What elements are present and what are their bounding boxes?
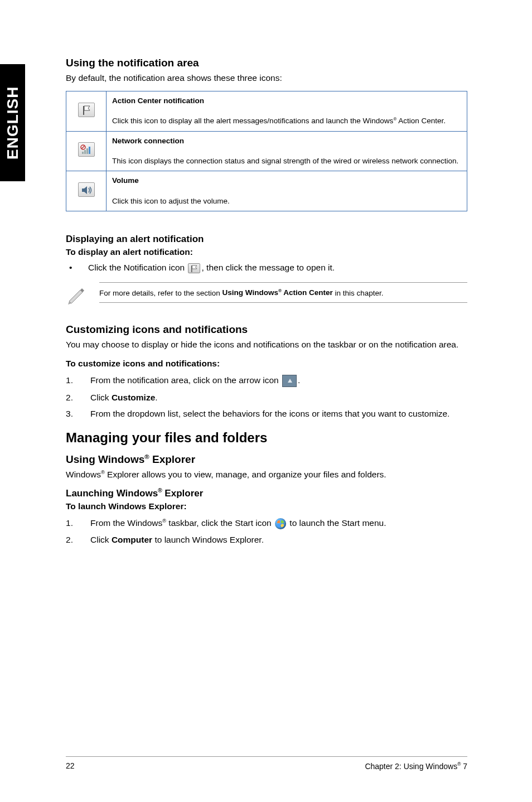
row-title: Action Center notification	[112, 96, 204, 105]
bullet-text: Click the Notification icon , then click…	[88, 263, 335, 273]
chapter-label: Chapter 2: Using Windows® 7	[365, 761, 467, 771]
volume-icon	[78, 182, 95, 197]
step-pre: Click	[90, 393, 112, 402]
step-bold: Computer	[112, 535, 152, 544]
page-number: 22	[66, 761, 75, 771]
bullet-item: • Click the Notification icon , then cli…	[66, 263, 467, 273]
step-post: .	[298, 375, 300, 385]
table-row: Action Center notification Click this ic…	[66, 91, 467, 131]
reg-mark: ®	[144, 453, 149, 460]
intro-customize: You may choose to display or hide the ic…	[66, 339, 467, 351]
list-item: Click Customize.	[66, 392, 467, 404]
arrow-up-icon	[282, 375, 297, 387]
note-box: For more details, refer to the section U…	[66, 282, 467, 308]
step-post: to launch the Start menu.	[287, 518, 386, 528]
list-item: From the dropdown list, select the behav…	[66, 408, 467, 420]
bullet-pre: Click the Notification icon	[88, 263, 187, 272]
step-post: to launch Windows Explorer.	[152, 535, 264, 544]
intro-pre: Windows	[66, 470, 101, 479]
step-pre: Click	[90, 535, 112, 544]
launch-steps: From the Windows® taskbar, click the Sta…	[66, 517, 467, 546]
icon-description: Volume Click this icon to adjust the vol…	[107, 171, 467, 211]
list-item: Click Computer to launch Windows Explore…	[66, 534, 467, 546]
heading-display-alert: Displaying an alert notification	[66, 234, 467, 245]
network-connection-icon	[78, 142, 95, 157]
chapter-pre: Chapter 2: Using Windows	[365, 762, 457, 771]
bullet-post: , then click the message to open it.	[201, 263, 335, 272]
table-row: Network connection This icon displays th…	[66, 131, 467, 171]
page-content: Using the notification area By default, …	[66, 57, 467, 556]
pencil-icon	[66, 282, 99, 308]
note-text: For more details, refer to the section U…	[99, 282, 467, 303]
language-tab: ENGLISH	[0, 64, 25, 181]
heading-launch-explorer: Launching Windows® Explorer	[66, 487, 467, 499]
intro-post: Explorer allows you to view, manage, and…	[105, 470, 386, 479]
subheading-display-alert: To display an alert notification:	[66, 247, 467, 257]
row-desc: This icon displays the connection status…	[112, 157, 458, 165]
row-title: Network connection	[112, 137, 184, 145]
sub-post: Explorer	[149, 453, 195, 465]
reg-mark: ®	[158, 487, 162, 494]
svg-line-6	[81, 146, 85, 149]
icon-description: Network connection This icon displays th…	[107, 131, 467, 171]
svg-rect-2	[84, 150, 86, 154]
note-post: in this chapter.	[333, 288, 384, 297]
heading-windows-explorer: Using Windows® Explorer	[66, 453, 467, 466]
bullet-dot: •	[66, 263, 88, 273]
svg-rect-1	[82, 152, 84, 154]
subheading-customize: To customize icons and notifications:	[66, 359, 467, 369]
notification-flag-icon	[188, 263, 200, 273]
intro-notification-area: By default, the notification area shows …	[66, 73, 467, 84]
step-pre: From the notification area, click on the…	[90, 375, 281, 385]
customize-steps: From the notification area, click on the…	[66, 374, 467, 420]
note-bold-post: Action Center	[282, 288, 333, 297]
page-footer: 22 Chapter 2: Using Windows® 7	[66, 756, 467, 771]
chapter-post: 7	[461, 762, 467, 771]
svg-rect-4	[89, 147, 90, 154]
step-mid: taskbar, click the Start icon	[166, 518, 274, 528]
subheading-launch-explorer: To launch Windows Explorer:	[66, 501, 467, 511]
sub-pre: Using Windows	[66, 453, 144, 465]
action-center-flag-icon	[78, 103, 95, 117]
row-desc: Click this icon to adjust the volume.	[112, 197, 230, 205]
heading-customize: Customizing icons and notifications	[66, 323, 467, 336]
sub2-post: Explorer	[162, 488, 204, 499]
row-title: Volume	[112, 176, 139, 185]
svg-rect-3	[86, 148, 88, 154]
list-item: From the Windows® taskbar, click the Sta…	[66, 517, 467, 529]
step-pre: From the Windows	[90, 518, 162, 528]
icon-cell	[66, 131, 107, 171]
notification-icons-table: Action Center notification Click this ic…	[66, 91, 467, 211]
windows-start-icon	[275, 518, 286, 529]
icon-description: Action Center notification Click this ic…	[107, 91, 467, 131]
note-pre: For more details, refer to the section	[99, 288, 223, 297]
note-bold-pre: Using Windows	[223, 288, 278, 297]
intro-explorer: Windows® Explorer allows you to view, ma…	[66, 469, 467, 481]
reg-mark: ®	[101, 470, 105, 475]
step-post: .	[155, 393, 157, 402]
row-desc-pre: Click this icon to display all the alert…	[112, 117, 393, 125]
table-row: Volume Click this icon to adjust the vol…	[66, 171, 467, 211]
heading-notification-area: Using the notification area	[66, 57, 467, 69]
row-desc-post: Action Center.	[396, 117, 446, 125]
step-bold: Customize	[112, 393, 155, 402]
list-item: From the notification area, click on the…	[66, 374, 467, 387]
heading-managing-files: Managing your files and folders	[66, 430, 467, 446]
sub2-pre: Launching Windows	[66, 488, 158, 499]
icon-cell	[66, 91, 107, 131]
icon-cell	[66, 171, 107, 211]
